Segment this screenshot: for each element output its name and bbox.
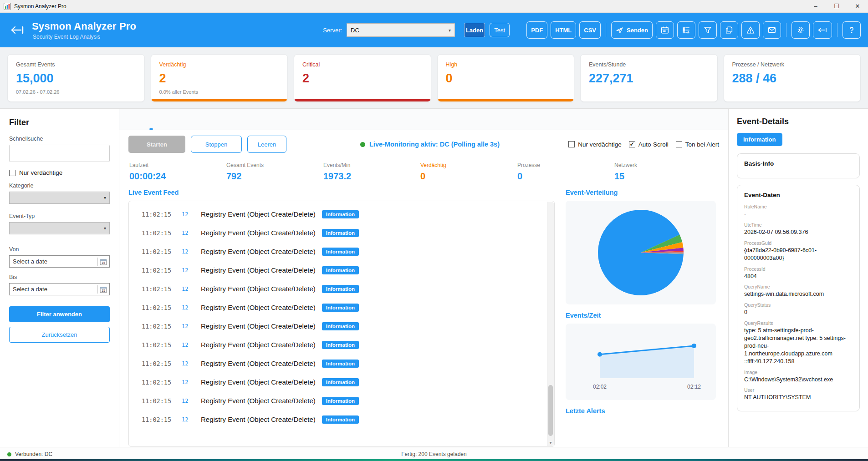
settings-button[interactable]	[791, 21, 810, 39]
stat-value: 288 / 46	[732, 71, 853, 86]
only-suspicious-checkbox[interactable]: Nur verdächtige	[9, 169, 110, 176]
export-html-button[interactable]: HTML	[551, 21, 576, 39]
status-bar: Fertig: 200 Events geladen Verbunden: DC	[0, 447, 868, 461]
feed-row[interactable]: 11:02:15 12 Registry Event (Object Creat…	[129, 223, 554, 242]
event-id: 12	[182, 360, 201, 367]
stat-card: Verdächtig 2 0.0% aller Events	[151, 54, 288, 102]
feed-row[interactable]: 11:02:15 12 Registry Event (Object Creat…	[129, 242, 554, 261]
feed-row[interactable]: 11:02:15 12 Registry Event (Object Creat…	[129, 279, 554, 298]
monitoring-stat-label: Laufzeit	[129, 162, 226, 168]
stat-label: Verdächtig	[159, 61, 280, 68]
event-data-field: QueryName settings-win.data.microsoft.co…	[744, 284, 853, 298]
date-from-label: Von	[9, 246, 110, 253]
feed-row[interactable]: 11:02:15 12 Registry Event (Object Creat…	[129, 335, 554, 354]
feed-row[interactable]: 11:02:15 12 Registry Event (Object Creat…	[129, 205, 554, 223]
stat-card: High 0	[437, 54, 575, 102]
back-button[interactable]	[7, 21, 27, 39]
monitoring-checkbox[interactable]: Nur verdächtige	[568, 141, 621, 148]
monitoring-stat-label: Verdächtig	[420, 162, 517, 168]
send-button[interactable]: Senden	[611, 21, 653, 39]
monitoring-checkbox[interactable]: Ton bei Alert	[676, 141, 719, 148]
tab[interactable]	[194, 109, 207, 130]
feed-scrollbar[interactable]: ▾	[547, 202, 554, 446]
monitoring-content: Live Event Feed 11:02:15 12 Registry Eve…	[119, 187, 728, 447]
severity-badge: Information	[737, 133, 782, 146]
mail-button[interactable]	[763, 21, 781, 39]
calendar-icon[interactable]: 15	[97, 285, 108, 294]
feed-row[interactable]: 11:02:15 12 Registry Event (Object Creat…	[129, 317, 554, 335]
stop-button[interactable]: Stoppen	[191, 136, 242, 153]
tab[interactable]	[161, 109, 174, 130]
clear-button[interactable]: Leeren	[247, 136, 286, 153]
minimize-button[interactable]: –	[805, 0, 826, 12]
tab[interactable]	[128, 109, 141, 130]
event-type-select[interactable]: ▾	[9, 222, 110, 234]
tab[interactable]	[210, 109, 223, 130]
progress-bar	[0, 459, 868, 461]
reset-filter-button[interactable]: Zurücksetzen	[9, 327, 110, 343]
quick-search-input[interactable]	[9, 145, 110, 162]
event-label: Registry Event (Object Create/Delete)	[201, 210, 316, 218]
feed-row[interactable]: 11:02:15 12 Registry Event (Object Creat…	[129, 410, 554, 429]
date-from-picker[interactable]: Select a date 15	[9, 255, 110, 268]
alerts-button[interactable]	[741, 21, 760, 39]
event-time: 11:02:15	[142, 248, 182, 255]
monitoring-stat-value: 1973.2	[323, 171, 420, 182]
status-dot-icon	[360, 142, 365, 147]
help-button[interactable]	[842, 21, 861, 39]
feed-row[interactable]: 11:02:15 12 Registry Event (Object Creat…	[129, 298, 554, 317]
server-select[interactable]: DC ▾	[347, 23, 455, 37]
monitoring-stat-value: 792	[226, 171, 323, 182]
divider	[606, 23, 606, 37]
tab[interactable]	[178, 109, 190, 130]
back-arrow-icon	[10, 25, 25, 35]
monitoring-stat: Prozesse 0	[517, 162, 614, 182]
feed-row[interactable]: 11:02:15 12 Registry Event (Object Creat…	[129, 373, 554, 391]
apply-filter-button[interactable]: Filter anwenden	[9, 306, 110, 322]
event-id: 12	[182, 342, 201, 348]
event-id: 12	[182, 230, 201, 236]
maximize-button[interactable]: ☐	[826, 0, 847, 12]
copy-button[interactable]	[720, 21, 738, 39]
quick-search-label: Schnellsuche	[9, 136, 110, 142]
close-button[interactable]: ✕	[847, 0, 868, 12]
calendar-icon[interactable]: 15	[97, 258, 108, 266]
load-button[interactable]: Laden	[464, 23, 485, 37]
event-label: Registry Event (Object Create/Delete)	[201, 266, 316, 274]
start-button[interactable]: Starten	[128, 136, 185, 153]
app-header: Sysmon Analyzer Pro Security Event Log A…	[0, 13, 868, 47]
date-to-picker[interactable]: Select a date 15	[9, 283, 110, 295]
event-id: 12	[182, 211, 201, 218]
severity-badge: Information	[322, 341, 359, 349]
event-time: 11:02:15	[142, 211, 182, 218]
timeline-title: Events/Zeit	[566, 312, 716, 319]
event-id: 12	[182, 248, 201, 255]
return-button[interactable]	[813, 21, 832, 39]
stat-label: Critical	[302, 61, 423, 68]
feed-row[interactable]: 11:02:15 12 Registry Event (Object Creat…	[129, 261, 554, 279]
tab-bar	[119, 109, 728, 130]
tab[interactable]	[227, 109, 240, 130]
tab[interactable]	[145, 109, 158, 130]
filter-button[interactable]	[699, 21, 717, 39]
feed-row[interactable]: 11:02:15 12 Registry Event (Object Creat…	[129, 354, 554, 373]
date-to-label: Bis	[9, 274, 110, 280]
stat-value: 2	[302, 71, 423, 86]
scrollbar-thumb[interactable]	[548, 385, 553, 436]
calendar-button[interactable]	[656, 21, 674, 39]
export-pdf-button[interactable]: PDF	[526, 21, 547, 39]
svg-text:15: 15	[102, 289, 105, 292]
test-button[interactable]: Test	[490, 23, 510, 37]
event-time: 11:02:15	[142, 379, 182, 386]
stat-card: Events/Stunde 227,271	[580, 54, 718, 102]
list-button[interactable]	[677, 21, 695, 39]
event-label: Registry Event (Object Create/Delete)	[201, 322, 316, 330]
export-csv-button[interactable]: CSV	[579, 21, 601, 39]
chevron-down-icon: ▾	[104, 226, 106, 231]
feed-row[interactable]: 11:02:15 12 Registry Event (Object Creat…	[129, 391, 554, 410]
checkbox-icon	[676, 141, 682, 147]
alerts-title: Letzte Alerts	[566, 407, 716, 415]
category-select[interactable]: ▾	[9, 192, 110, 204]
scrollbar-down-arrow[interactable]: ▾	[547, 440, 554, 445]
monitoring-checkbox[interactable]: Auto-Scroll	[629, 141, 669, 148]
